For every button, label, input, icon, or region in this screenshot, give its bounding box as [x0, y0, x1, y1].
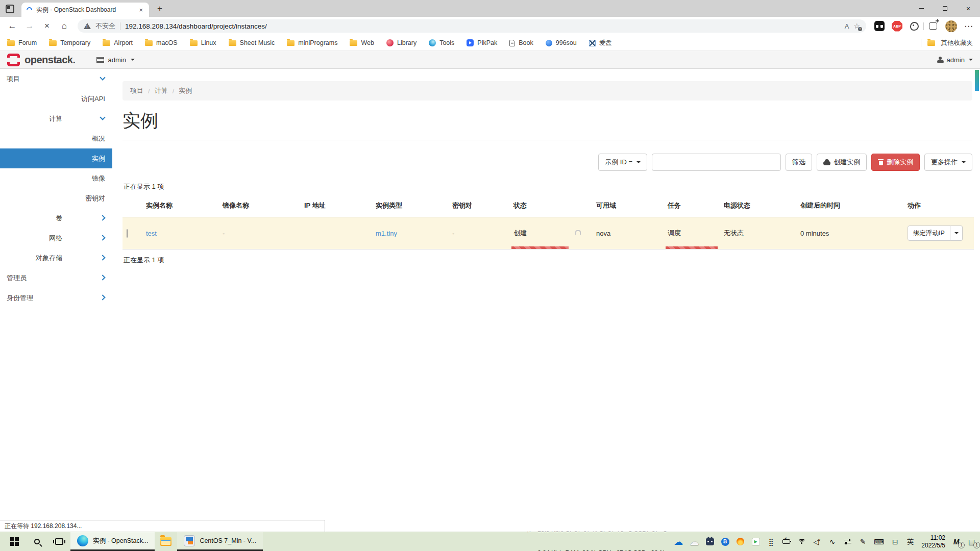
url-text[interactable]: 192.168.208.134/dashboard/project/instan… — [125, 22, 840, 30]
wifi-icon[interactable] — [797, 537, 806, 546]
notification-center-icon[interactable]: ▤1 — [967, 537, 976, 546]
associate-floating-ip-button[interactable]: 绑定浮动IP — [908, 226, 950, 241]
bookmark-temporary[interactable]: Temporary — [49, 39, 90, 46]
sidebar-item-network[interactable]: 网络 — [0, 228, 112, 248]
favorite-star-icon[interactable]: ☆+ — [853, 22, 860, 30]
sidebar-item-keypairs[interactable]: 密钥对 — [0, 188, 112, 208]
sidebar-item-admin[interactable]: 管理员 — [0, 268, 112, 288]
bookmark-web[interactable]: Web — [350, 39, 374, 46]
tab-close-icon[interactable]: × — [138, 7, 144, 13]
sidebar-item-compute[interactable]: 计算 — [0, 109, 112, 129]
bookmark-book[interactable]: Book — [509, 39, 533, 46]
scrollbar-marker[interactable] — [975, 70, 979, 91]
bookmark-library[interactable]: Library — [386, 39, 416, 46]
breadcrumb-compute[interactable]: 计算 — [155, 86, 168, 95]
restore-button[interactable] — [933, 0, 957, 17]
row-action-dropdown[interactable] — [950, 226, 963, 241]
openstack-logo[interactable]: openstack. — [7, 54, 75, 66]
sidebar-item-api-access[interactable]: 访问API — [0, 89, 112, 109]
app-dots-icon[interactable]: ⣿ — [767, 537, 775, 546]
home-button[interactable]: ⌂ — [56, 18, 72, 34]
user-menu[interactable]: admin — [937, 56, 973, 64]
bookmark-macos[interactable]: macOS — [145, 39, 178, 46]
more-actions-dropdown[interactable]: 更多操作 — [924, 154, 972, 171]
bookmark-996sou[interactable]: 996sou — [546, 39, 577, 46]
pen-icon[interactable]: ✎ — [859, 537, 867, 546]
filter-field-dropdown[interactable]: 示例 ID = — [598, 154, 647, 171]
col-image-name[interactable]: 镜像名称 — [218, 194, 300, 217]
bookmark-forum[interactable]: Forum — [7, 39, 37, 46]
extension-icon[interactable] — [910, 22, 919, 31]
launch-instance-button[interactable]: 创建实例 — [817, 154, 867, 171]
col-task[interactable]: 任务 — [664, 194, 720, 217]
filter-input[interactable] — [652, 154, 781, 171]
read-aloud-icon[interactable]: A — [845, 22, 849, 30]
sidebar-item-identity[interactable]: 身份管理 — [0, 288, 112, 308]
col-age[interactable]: 创建后的时间 — [796, 194, 903, 217]
search-button[interactable] — [26, 532, 48, 551]
bookmark-tools[interactable]: Tools — [429, 39, 454, 46]
project-selector[interactable]: admin — [96, 56, 134, 64]
task-view-button[interactable] — [48, 532, 70, 551]
taskbar-task-edge[interactable]: 实例 - OpenStack... — [70, 532, 155, 551]
stop-button[interactable]: × — [39, 18, 55, 34]
tray-app-badge-icon[interactable]: M1 — [952, 537, 961, 546]
col-power-state[interactable]: 电源状态 — [720, 194, 796, 217]
bookmark-linux[interactable]: Linux — [190, 39, 216, 46]
col-keypair[interactable]: 密钥对 — [448, 194, 509, 217]
flavor-link[interactable]: m1.tiny — [376, 230, 397, 237]
dark-reader-extension-icon[interactable] — [874, 21, 885, 31]
start-button[interactable] — [3, 532, 26, 551]
onedrive-icon[interactable]: ☁ — [674, 537, 683, 546]
address-bar[interactable]: 不安全 192.168.208.134/dashboard/project/in… — [78, 19, 866, 33]
settings-menu-icon[interactable]: ⋯ — [964, 21, 973, 32]
ime-language-indicator[interactable]: 英 — [906, 537, 915, 546]
power-plan-icon[interactable]: ⚡ — [782, 537, 791, 546]
collections-icon[interactable] — [929, 22, 937, 30]
col-flavor[interactable]: 实例类型 — [372, 194, 448, 217]
bookmark-airport[interactable]: Airport — [103, 39, 133, 46]
other-favorites[interactable]: 其他收藏夹 — [921, 39, 973, 47]
profile-avatar[interactable] — [945, 20, 957, 32]
col-availability-zone[interactable]: 可用域 — [592, 194, 664, 217]
breadcrumb-project[interactable]: 项目 — [130, 86, 143, 95]
activity-icon[interactable]: ∿ — [828, 537, 837, 546]
taskbar-task-vmware[interactable]: CentOS 7_Min - V... — [177, 532, 263, 551]
flame-app-icon[interactable] — [736, 537, 745, 546]
col-status[interactable]: 状态 — [509, 194, 571, 217]
filter-button[interactable]: 筛选 — [786, 154, 812, 171]
forward-button[interactable]: → — [21, 18, 38, 34]
sidebar-item-project[interactable]: 项目 — [0, 69, 112, 89]
sidebar-item-overview[interactable]: 概况 — [0, 129, 112, 148]
touch-keyboard-icon[interactable]: ⌨ — [874, 537, 884, 546]
tab-operations-icon[interactable] — [6, 5, 14, 13]
volume-muted-icon[interactable]: ◁× — [813, 537, 821, 546]
cloud-sync-icon[interactable]: ☁ — [690, 537, 699, 546]
not-secure-label[interactable]: 不安全 — [95, 21, 115, 31]
back-button[interactable]: ← — [4, 18, 20, 34]
bookmark-pikpak[interactable]: PikPak — [467, 39, 497, 46]
sidebar-item-images[interactable]: 镜像 — [0, 168, 112, 188]
new-tab-button[interactable]: + — [157, 4, 162, 13]
cat-app-icon[interactable] — [705, 537, 714, 546]
bookmark-sheet-music[interactable]: Sheet Music — [229, 39, 275, 46]
browser-tab[interactable]: 实例 - OpenStack Dashboard × — [21, 3, 149, 17]
touchpad-icon[interactable]: ⊟ — [891, 537, 899, 546]
minimize-button[interactable] — [910, 0, 933, 17]
close-button[interactable]: × — [957, 0, 980, 17]
file-explorer-button[interactable] — [155, 532, 177, 551]
row-checkbox[interactable] — [127, 229, 128, 238]
col-ip-address[interactable]: IP 地址 — [300, 194, 372, 217]
adblock-extension-icon[interactable]: ABP — [892, 21, 902, 32]
bookmark-miniprograms[interactable]: miniPrograms — [287, 39, 337, 46]
sidebar-item-object-store[interactable]: 对象存储 — [0, 248, 112, 268]
sidebar-item-volumes[interactable]: 卷 — [0, 208, 112, 228]
bluetooth-icon[interactable]: Ƀ — [721, 537, 729, 546]
col-instance-name[interactable]: 实例名称 — [142, 194, 218, 217]
sidebar-item-instances[interactable]: 实例 — [0, 148, 112, 168]
sliders-icon[interactable] — [843, 537, 852, 546]
bookmark-aipan[interactable]: 爱盘 — [589, 39, 612, 47]
taskbar-clock[interactable]: 11:02 2022/5/5 — [921, 534, 945, 549]
delete-instances-button[interactable]: 删除实例 — [871, 154, 920, 171]
screen-record-icon[interactable]: ▶ — [751, 537, 760, 546]
